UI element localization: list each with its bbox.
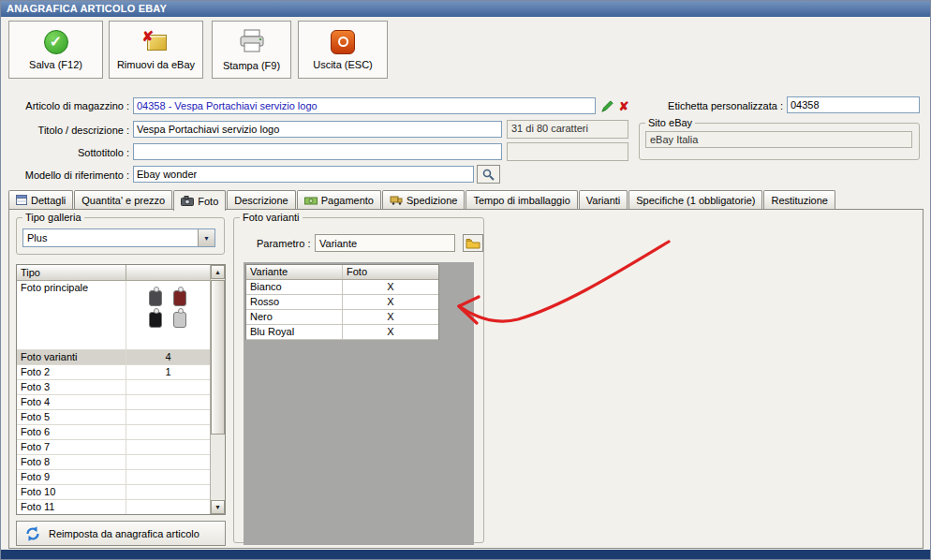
- variant-row-blu-royal[interactable]: Blu Royal X: [246, 325, 438, 340]
- scroll-down-icon[interactable]: ▼: [211, 500, 225, 514]
- tab-spedizione[interactable]: Spedizione: [382, 190, 465, 209]
- tab-descrizione[interactable]: Descrizione: [227, 190, 295, 209]
- sito-ebay-legend: Sito eBay: [645, 117, 695, 128]
- parametro-folder-button[interactable]: [463, 234, 483, 252]
- sottotitolo-counter: [507, 142, 628, 161]
- tipo-galleria-dropdown[interactable]: Plus ▼: [22, 228, 215, 247]
- scrollbar-thumb[interactable]: [211, 280, 225, 435]
- tipo-galleria-group: Tipo galleria Plus ▼: [16, 212, 225, 255]
- etichetta-label: Etichetta personalizzata :: [659, 100, 783, 111]
- modello-label: Modello di riferimento :: [1, 169, 129, 181]
- sottotitolo-label: Sottotitolo :: [1, 147, 129, 158]
- sito-ebay-group: Sito eBay eBay Italia: [639, 117, 920, 160]
- foto-varianti-legend: Foto varianti: [240, 212, 303, 223]
- variant-row-nero[interactable]: Nero X: [246, 310, 438, 325]
- parametro-label: Parametro :: [257, 238, 310, 249]
- varianti-col-variante: Variante: [246, 265, 343, 279]
- shipping-icon: [390, 195, 403, 205]
- tab-pagamento[interactable]: Pagamento: [297, 190, 381, 209]
- salva-button[interactable]: ✓ Salva (F12): [8, 21, 103, 79]
- table-row-foto-principale[interactable]: Foto principale: [17, 281, 210, 350]
- folder-icon: [466, 238, 480, 249]
- tipo-galleria-selected: Plus: [23, 232, 198, 243]
- articolo-label: Articolo di magazzino :: [1, 100, 129, 111]
- keychain-thumbnail: [149, 312, 162, 328]
- varianti-table-background: Variante Foto Bianco X Rosso X Nero X: [244, 262, 474, 545]
- sottotitolo-input[interactable]: [133, 143, 502, 160]
- status-bar: [1, 550, 930, 559]
- titolo-label: Titolo / descrizione :: [1, 125, 129, 136]
- table-row-foto-4[interactable]: Foto 4: [17, 395, 210, 410]
- tab-quantita-e-prezzo[interactable]: Quantita' e prezzo: [74, 190, 172, 209]
- table-row-foto-6[interactable]: Foto 6: [17, 425, 210, 440]
- table-row-foto-5[interactable]: Foto 5: [17, 410, 210, 425]
- table-row-foto-8[interactable]: Foto 8: [17, 455, 210, 470]
- rimuovi-label: Rimuovi da eBay: [117, 59, 195, 70]
- foto-list-table: Tipo Foto principale Foto: [16, 264, 226, 515]
- table-row-foto-3[interactable]: Foto 3: [17, 380, 210, 395]
- foto-tab-panel: Tipo galleria Plus ▼ Tipo Foto principal…: [8, 209, 924, 549]
- table-row-foto-10[interactable]: Foto 10: [17, 485, 210, 500]
- anagrafica-articolo-ebay-window: ANAGRAFICA ARTICOLO EBAY ✓ Salva (F12) ✘…: [0, 0, 931, 560]
- window-title: ANAGRAFICA ARTICOLO EBAY: [7, 3, 167, 14]
- articolo-input[interactable]: [133, 97, 596, 114]
- foto-table-header: Tipo: [17, 265, 210, 281]
- table-row-foto-7[interactable]: Foto 7: [17, 440, 210, 455]
- camera-icon: [181, 196, 194, 206]
- tab-tempo-di-imballaggio[interactable]: Tempo di imballaggio: [466, 190, 577, 209]
- printer-icon: [238, 29, 266, 55]
- table-row-foto-varianti[interactable]: Foto varianti 4: [17, 350, 210, 365]
- foto-principale-thumbnails: [126, 281, 210, 328]
- titolo-input[interactable]: [133, 121, 502, 138]
- varianti-col-foto: Foto: [343, 265, 438, 279]
- varianti-table: Variante Foto Bianco X Rosso X Nero X: [245, 264, 439, 340]
- foto-varianti-group: Foto varianti Parametro : Variante Foto …: [233, 212, 484, 543]
- variant-row-rosso[interactable]: Rosso X: [246, 295, 438, 310]
- tab-varianti[interactable]: Varianti: [579, 190, 628, 209]
- toolbar: ✓ Salva (F12) ✘ Rimuovi da eBay Stampa (…: [8, 21, 388, 82]
- parametro-input[interactable]: [315, 234, 455, 252]
- tipo-galleria-legend: Tipo galleria: [22, 212, 84, 223]
- money-icon: [304, 196, 318, 205]
- chevron-down-icon[interactable]: ▼: [198, 229, 214, 246]
- tab-bar: Dettagli Quantita' e prezzo Foto Descriz…: [8, 190, 836, 210]
- variant-row-bianco[interactable]: Bianco X: [246, 280, 438, 295]
- uscita-button[interactable]: Uscita (ESC): [298, 21, 388, 79]
- clear-article-x-icon[interactable]: ✘: [616, 97, 631, 114]
- table-row-foto-2[interactable]: Foto 2 1: [17, 365, 210, 380]
- tab-specifiche[interactable]: Specifiche (1 obbligatorie): [628, 190, 762, 209]
- keychain-thumbnail: [149, 290, 162, 306]
- tab-dettagli[interactable]: Dettagli: [8, 190, 73, 209]
- stampa-button[interactable]: Stampa (F9): [212, 21, 291, 79]
- reimposta-label: Reimposta da anagrafica articolo: [49, 528, 200, 539]
- salva-label: Salva (F12): [29, 59, 82, 70]
- details-icon: [16, 195, 27, 205]
- keychain-thumbnail: [173, 312, 186, 328]
- table-row-foto-11[interactable]: Foto 11: [17, 500, 210, 514]
- uscita-label: Uscita (ESC): [313, 59, 373, 70]
- varianti-table-header: Variante Foto: [246, 265, 438, 280]
- modello-search-button[interactable]: [477, 165, 500, 184]
- etichetta-input[interactable]: [787, 96, 920, 113]
- sito-ebay-value: eBay Italia: [645, 131, 912, 148]
- rimuovi-da-ebay-button[interactable]: ✘ Rimuovi da eBay: [109, 21, 203, 79]
- reimposta-button[interactable]: Reimposta da anagrafica articolo: [16, 521, 226, 546]
- keychain-thumbnail: [173, 290, 186, 306]
- tab-restituzione[interactable]: Restituzione: [763, 190, 835, 209]
- tab-foto[interactable]: Foto: [173, 190, 226, 211]
- window-titlebar[interactable]: ANAGRAFICA ARTICOLO EBAY: [1, 1, 930, 17]
- scroll-up-icon[interactable]: ▲: [211, 265, 225, 279]
- edit-pencil-icon[interactable]: [598, 97, 615, 114]
- save-check-icon: ✓: [44, 30, 68, 54]
- foto-table-header-tipo: Tipo: [17, 265, 126, 280]
- modello-input[interactable]: [133, 166, 474, 183]
- foto-table-scrollbar[interactable]: ▲ ▼: [210, 265, 225, 514]
- caratteri-counter: 31 di 80 caratteri: [507, 120, 628, 139]
- remove-box-icon: ✘: [142, 30, 170, 54]
- magnifier-icon: [482, 169, 495, 181]
- stampa-label: Stampa (F9): [223, 60, 280, 71]
- table-row-foto-9[interactable]: Foto 9: [17, 470, 210, 485]
- refresh-icon: [24, 525, 41, 542]
- power-exit-icon: [331, 30, 355, 54]
